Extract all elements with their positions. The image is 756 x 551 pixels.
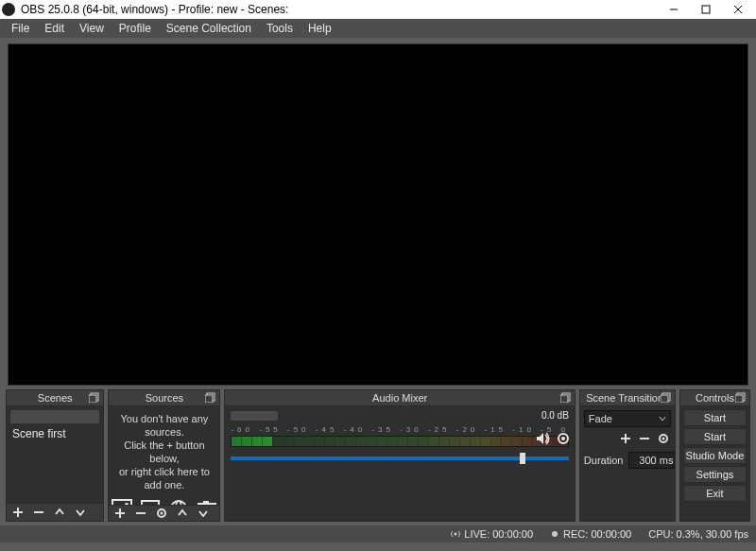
status-cpu: CPU: 0.3%, 30.00 fps (648, 528, 748, 540)
svg-point-37 (662, 438, 664, 440)
scenes-toolbar (7, 503, 103, 521)
sources-title: Sources (146, 392, 183, 404)
svg-rect-10 (205, 395, 213, 403)
scene-add-button[interactable] (10, 505, 26, 520)
settings-button[interactable]: Settings (683, 466, 747, 483)
exit-button[interactable]: Exit (683, 485, 747, 502)
window-close-button[interactable] (722, 0, 754, 19)
display-source-icon (140, 499, 161, 505)
audio-level-meter (231, 436, 568, 447)
slider-thumb-icon[interactable] (520, 453, 525, 464)
controls-body: Start Streaming Start Recording Studio M… (680, 406, 749, 521)
menu-tools[interactable]: Tools (259, 19, 301, 38)
transition-remove-button[interactable] (639, 433, 652, 446)
start-recording-button[interactable]: Start Recording (683, 428, 747, 445)
menu-view[interactable]: View (72, 19, 112, 38)
window-maximize-button[interactable] (690, 0, 722, 19)
sources-empty-line2: Click the + button below, (109, 439, 219, 465)
scene-move-up-button[interactable] (52, 505, 67, 520)
transitions-popout-icon[interactable] (660, 391, 673, 405)
svg-rect-13 (142, 501, 159, 505)
status-rec: REC: 00:00:00 (550, 528, 631, 540)
source-move-up-button[interactable] (175, 506, 190, 521)
svg-rect-5 (89, 395, 96, 403)
svg-point-41 (552, 531, 558, 537)
menu-edit[interactable]: Edit (37, 19, 72, 38)
scenes-popout-icon[interactable] (88, 391, 101, 405)
status-live: LIVE: 00:00:00 (451, 528, 533, 540)
window-title: OBS 25.0.8 (64-bit, windows) - Profile: … (21, 3, 658, 16)
audio-channel-name (231, 411, 278, 421)
sources-list[interactable]: You don't have any sources. Click the + … (109, 406, 219, 505)
audio-mixer-popout-icon[interactable] (559, 391, 573, 405)
window-titlebar: OBS 25.0.8 (64-bit, windows) - Profile: … (0, 0, 756, 19)
broadcast-icon (451, 529, 460, 539)
scene-item[interactable]: Scene first (7, 423, 103, 444)
transitions-title: Scene Transitions (586, 392, 668, 404)
source-add-button[interactable] (112, 506, 128, 521)
svg-rect-11 (112, 500, 131, 505)
status-live-text: LIVE: 00:00:00 (464, 528, 533, 540)
menu-help[interactable]: Help (301, 19, 339, 38)
audio-mixer-header: Audio Mixer (225, 390, 574, 406)
record-dot-icon (550, 529, 559, 539)
transition-duration-label: Duration (584, 455, 624, 466)
transition-duration-value: 300 ms (629, 455, 674, 466)
menubar: File Edit View Profile Scene Collection … (0, 19, 756, 38)
menu-profile[interactable]: Profile (112, 19, 159, 38)
source-properties-button[interactable] (154, 506, 169, 521)
audio-mute-button[interactable] (535, 431, 550, 449)
svg-rect-27 (560, 395, 568, 403)
controls-dock: Controls Start Streaming Start Recording… (679, 389, 750, 522)
audio-volume-slider[interactable] (231, 456, 568, 460)
browser-source-icon (168, 499, 189, 505)
transitions-dock: Scene Transitions Fade Duration 300 ms (579, 389, 676, 522)
camera-source-icon (197, 499, 217, 505)
preview-canvas[interactable] (8, 43, 748, 386)
audio-settings-button[interactable] (556, 431, 571, 449)
source-remove-button[interactable] (133, 506, 148, 521)
sources-empty-line3: or right click here to add one. (109, 465, 219, 491)
studio-mode-button[interactable]: Studio Mode (683, 447, 747, 464)
image-source-icon (112, 499, 132, 505)
sources-header: Sources (109, 390, 219, 406)
svg-point-16 (176, 501, 181, 505)
scene-remove-button[interactable] (31, 505, 46, 520)
transition-properties-button[interactable] (658, 433, 671, 446)
svg-rect-18 (198, 504, 215, 505)
audio-mixer-body: 0.0 dB -60 -55 -50 -45 -40 -35 -30 -25 -… (225, 406, 574, 521)
svg-point-40 (455, 533, 457, 536)
sources-toolbar (109, 505, 219, 521)
scene-move-down-button[interactable] (73, 505, 88, 520)
transition-select[interactable]: Fade (584, 410, 671, 427)
svg-rect-1 (702, 6, 710, 13)
sources-dock: Sources You don't have any sources. Clic… (108, 389, 220, 522)
scenes-list[interactable]: Scene first (7, 406, 103, 503)
audio-scale-ticks: -60 -55 -50 -45 -40 -35 -30 -25 -20 -15 … (231, 425, 568, 434)
start-streaming-button[interactable]: Start Streaming (683, 409, 747, 426)
status-rec-text: REC: 00:00:00 (563, 528, 631, 540)
audio-db-label: 0.0 dB (541, 410, 569, 421)
transitions-body: Fade Duration 300 ms (580, 406, 675, 521)
status-cpu-text: CPU: 0.3%, 30.00 fps (648, 528, 748, 540)
svg-rect-32 (661, 395, 668, 403)
menu-file[interactable]: File (4, 19, 37, 38)
svg-point-25 (161, 512, 163, 515)
menu-scene-collection[interactable]: Scene Collection (159, 19, 259, 38)
svg-point-12 (125, 503, 129, 505)
sources-empty-line1: You don't have any sources. (109, 412, 219, 439)
docks-row: Scenes Scene first Sources You don't hav… (0, 389, 756, 525)
controls-popout-icon[interactable] (734, 391, 747, 405)
svg-rect-19 (203, 501, 209, 504)
scenes-dock: Scenes Scene first (6, 389, 104, 522)
transition-duration-spinbox[interactable]: 300 ms (628, 452, 674, 469)
svg-point-30 (561, 437, 565, 440)
sources-popout-icon[interactable] (204, 391, 217, 405)
controls-title: Controls (696, 392, 734, 404)
controls-header: Controls (680, 390, 749, 406)
scenes-header: Scenes (7, 390, 103, 406)
svg-rect-39 (735, 395, 743, 403)
window-minimize-button[interactable] (658, 0, 690, 19)
transition-add-button[interactable] (620, 433, 633, 446)
source-move-down-button[interactable] (196, 506, 211, 521)
